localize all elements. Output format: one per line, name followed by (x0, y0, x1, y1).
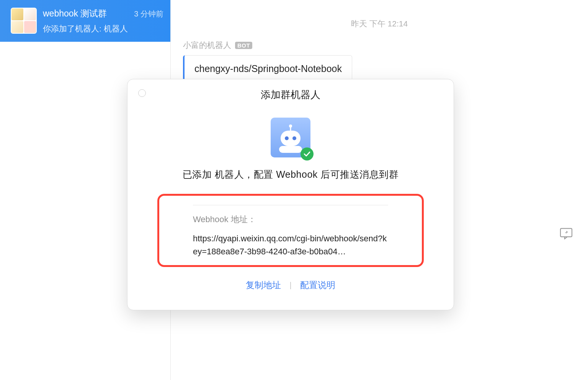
chat-item-header: webhook 测试群 3 分钟前 (43, 8, 163, 20)
svg-point-5 (285, 136, 289, 140)
comment-icon[interactable] (560, 228, 573, 239)
modal-title: 添加群机器人 (261, 88, 320, 102)
webhook-highlight-box: Webhook 地址： https://qyapi.weixin.qq.com/… (157, 194, 424, 267)
svg-rect-3 (290, 127, 291, 131)
sender-name: 小富的机器人 (183, 40, 231, 51)
add-robot-modal: 添加群机器人 已添加 机器人，配置 Webhook 后可推送消息到群 Webho… (127, 79, 454, 310)
chat-preview: 你添加了机器人: 机器人 (43, 23, 163, 34)
avatar-cell (11, 21, 23, 33)
webhook-label: Webhook 地址： (193, 214, 388, 225)
bot-badge: BOT (235, 42, 252, 49)
chat-time: 3 分钟前 (134, 9, 163, 19)
message-sender-row: 小富的机器人 BOT (183, 40, 588, 51)
chat-list-item-active[interactable]: webhook 测试群 3 分钟前 你添加了机器人: 机器人 (0, 0, 170, 42)
group-avatar (11, 8, 37, 34)
avatar-cell (11, 8, 23, 20)
config-guide-button[interactable]: 配置说明 (300, 279, 335, 291)
modal-header: 添加群机器人 (138, 87, 443, 102)
copy-url-button[interactable]: 复制地址 (246, 279, 281, 291)
svg-point-6 (292, 136, 296, 140)
avatar-cell (24, 21, 36, 33)
svg-rect-7 (279, 146, 302, 153)
message-timestamp: 昨天 下午 12:14 (171, 18, 588, 29)
webhook-url[interactable]: https://qyapi.weixin.qq.com/cgi-bin/webh… (193, 232, 388, 258)
robot-avatar-container (271, 118, 310, 157)
webhook-section: Webhook 地址： https://qyapi.weixin.qq.com/… (193, 205, 388, 258)
message-content: chengxy-nds/Springboot-Notebook (194, 63, 342, 74)
svg-rect-4 (281, 131, 301, 146)
check-icon (301, 147, 314, 161)
message-bubble[interactable]: chengxy-nds/Springboot-Notebook (183, 55, 352, 82)
chat-title: webhook 测试群 (43, 8, 107, 20)
chat-item-body: webhook 测试群 3 分钟前 你添加了机器人: 机器人 (43, 8, 163, 34)
message-block: 小富的机器人 BOT chengxy-nds/Springboot-Notebo… (171, 40, 588, 82)
modal-actions: 复制地址 | 配置说明 (138, 279, 443, 291)
modal-description: 已添加 机器人，配置 Webhook 后可推送消息到群 (138, 168, 443, 181)
avatar-cell (24, 8, 36, 20)
close-icon[interactable] (138, 89, 146, 97)
action-separator: | (289, 281, 291, 290)
